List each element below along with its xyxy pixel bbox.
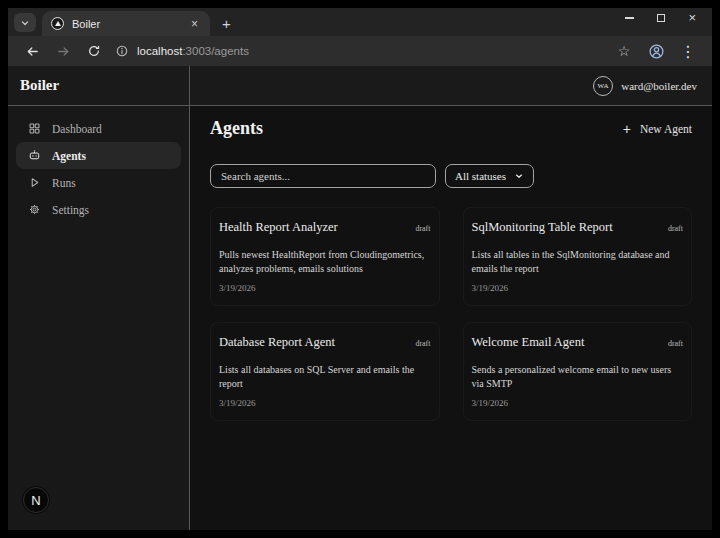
agent-title: Welcome Email Agent (472, 335, 585, 350)
card-header: Health Report Analyzer draft (219, 220, 431, 235)
window-controls: × (625, 14, 712, 30)
agent-date: 3/19/2026 (219, 283, 431, 293)
sidebar-item-runs[interactable]: Runs (16, 169, 181, 196)
agent-date: 3/19/2026 (472, 283, 684, 293)
status-badge: draft (415, 224, 430, 233)
page-title-row: Agents + New Agent (210, 118, 692, 139)
browser-titlebar: Boiler × + × (8, 8, 712, 36)
sidebar-item-label: Dashboard (52, 123, 102, 135)
status-badge: draft (668, 339, 683, 348)
card-header: Welcome Email Agent draft (472, 335, 684, 350)
play-icon (28, 176, 41, 189)
reload-icon (87, 44, 101, 58)
site-info-icon[interactable] (115, 44, 129, 58)
maximize-button[interactable] (657, 14, 665, 22)
reload-button[interactable] (82, 40, 106, 62)
agent-cards-grid: Health Report Analyzer draft Pulls newes… (210, 207, 692, 421)
status-filter-select[interactable]: All statuses (445, 164, 534, 188)
app-header-user-section: WA ward@boiler.dev (190, 66, 712, 106)
agent-card[interactable]: Health Report Analyzer draft Pulls newes… (210, 207, 440, 306)
back-button[interactable] (20, 40, 44, 62)
agent-description: Lists all tables in the SqlMonitoring da… (472, 248, 684, 276)
sidebar-item-agents[interactable]: Agents (16, 142, 181, 169)
user-avatar[interactable]: WA (593, 76, 613, 96)
profile-person-icon (648, 43, 665, 60)
main-content: Agents + New Agent All statuses Health R… (190, 106, 712, 530)
new-agent-label: New Agent (640, 123, 692, 135)
agent-title: Health Report Analyzer (219, 220, 338, 235)
sidebar-item-settings[interactable]: Settings (16, 196, 181, 223)
search-input[interactable] (210, 164, 436, 188)
forward-arrow-icon (56, 44, 71, 59)
status-badge: draft (415, 339, 430, 348)
toolbar-right-cluster: ☆ ⋮ (612, 40, 700, 62)
profile-avatar-button[interactable] (644, 40, 668, 62)
browser-menu-button[interactable]: ⋮ (676, 40, 700, 62)
tab-close-button[interactable]: × (188, 16, 201, 32)
minimize-icon (625, 17, 634, 19)
status-filter-value: All statuses (455, 170, 506, 182)
agent-card[interactable]: Welcome Email Agent draft Sends a person… (463, 322, 693, 421)
agent-card[interactable]: Database Report Agent draft Lists all da… (210, 322, 440, 421)
agent-description: Pulls newest HealthReport from Cloudingo… (219, 248, 431, 276)
agent-title: SqlMonitoring Table Report (472, 220, 613, 235)
agent-title: Database Report Agent (219, 335, 335, 350)
tab-search-button[interactable] (14, 13, 36, 32)
url-host: localhost (137, 45, 182, 57)
card-header: SqlMonitoring Table Report draft (472, 220, 684, 235)
url-text[interactable]: localhost:3003/agents (137, 45, 249, 57)
agent-card[interactable]: SqlMonitoring Table Report draft Lists a… (463, 207, 693, 306)
app-header-brand-section: Boiler (8, 66, 190, 106)
new-agent-button[interactable]: + New Agent (623, 122, 692, 136)
brand-logo: Boiler (20, 77, 59, 94)
sidebar-item-label: Runs (52, 177, 76, 189)
close-window-button[interactable]: × (688, 14, 696, 22)
filters-row: All statuses (210, 164, 692, 188)
plus-icon: + (623, 122, 631, 136)
new-tab-button[interactable]: + (222, 16, 231, 31)
status-badge: draft (668, 224, 683, 233)
back-arrow-icon (25, 44, 40, 59)
sidebar: Dashboard Agents Runs Settings (8, 106, 190, 530)
url-path: :3003/agents (182, 45, 249, 57)
page-title: Agents (210, 118, 263, 139)
app-root: Boiler WA ward@boiler.dev Dashboard Agen… (8, 66, 712, 530)
agent-date: 3/19/2026 (472, 398, 684, 408)
sidebar-item-label: Agents (52, 150, 86, 162)
robot-icon (28, 149, 41, 162)
user-email: ward@boiler.dev (621, 80, 697, 92)
forward-button[interactable] (51, 40, 75, 62)
gear-icon (28, 203, 41, 216)
sidebar-item-label: Settings (52, 204, 89, 216)
minimize-button[interactable] (625, 17, 634, 19)
site-favicon-icon (51, 17, 64, 30)
browser-tab[interactable]: Boiler × (42, 11, 210, 36)
dashboard-grid-icon (28, 122, 41, 135)
address-bar[interactable]: localhost:3003/agents (115, 44, 249, 58)
chevron-down-icon (514, 171, 524, 181)
bookmark-star-button[interactable]: ☆ (612, 40, 636, 62)
sidebar-item-dashboard[interactable]: Dashboard (16, 115, 181, 142)
agent-description: Sends a personalized welcome email to ne… (472, 363, 684, 391)
agent-description: Lists all databases on SQL Server and em… (219, 363, 431, 391)
browser-toolbar: localhost:3003/agents ☆ ⋮ (8, 36, 712, 66)
card-header: Database Report Agent draft (219, 335, 431, 350)
tab-title: Boiler (72, 18, 188, 30)
agent-date: 3/19/2026 (219, 398, 431, 408)
maximize-icon (657, 14, 665, 22)
chevron-down-icon (19, 17, 31, 29)
nextjs-dev-indicator[interactable]: N (23, 487, 49, 513)
browser-window: Boiler × + × localhost:3003/agents (8, 8, 712, 530)
